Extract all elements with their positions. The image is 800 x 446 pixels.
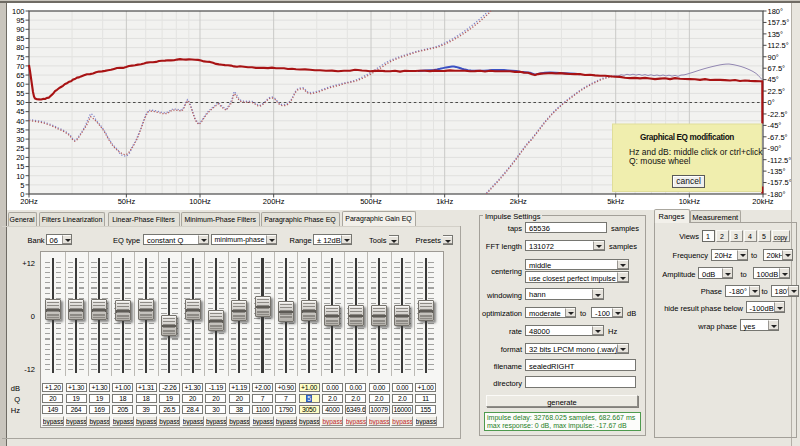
- svg-text:180°: 180°: [768, 7, 784, 16]
- svg-text:25: 25: [16, 144, 24, 153]
- svg-text:0°: 0°: [768, 98, 775, 107]
- svg-text:-90°: -90°: [768, 144, 782, 153]
- svg-text:Graphical EQ modification: Graphical EQ modification: [640, 133, 734, 142]
- svg-text:-157.5°: -157.5°: [768, 178, 792, 187]
- svg-text:50: 50: [16, 98, 24, 107]
- svg-text:100Hz: 100Hz: [189, 197, 211, 206]
- svg-text:-67.5°: -67.5°: [768, 133, 788, 142]
- svg-text:-135°: -135°: [768, 167, 786, 176]
- svg-text:60: 60: [16, 80, 24, 89]
- svg-text:20kHz: 20kHz: [752, 197, 774, 206]
- svg-text:67.5°: 67.5°: [768, 64, 786, 73]
- svg-text:22.5°: 22.5°: [768, 87, 786, 96]
- svg-text:112.5°: 112.5°: [768, 41, 789, 50]
- svg-text:10kHz: 10kHz: [679, 197, 701, 206]
- svg-text:-45°: -45°: [768, 121, 782, 130]
- svg-text:65: 65: [16, 71, 24, 80]
- svg-text:55: 55: [16, 89, 24, 98]
- svg-text:45°: 45°: [768, 75, 779, 84]
- svg-text:-22.5°: -22.5°: [768, 110, 788, 119]
- svg-text:90°: 90°: [768, 53, 779, 62]
- svg-text:1kHz: 1kHz: [436, 197, 453, 206]
- svg-text:100: 100: [12, 7, 25, 16]
- svg-text:95: 95: [16, 16, 24, 25]
- svg-text:50Hz: 50Hz: [118, 197, 136, 206]
- svg-text:200Hz: 200Hz: [263, 197, 285, 206]
- svg-text:2kHz: 2kHz: [510, 197, 527, 206]
- svg-text:Q: mouse wheel: Q: mouse wheel: [629, 156, 691, 166]
- svg-text:20: 20: [16, 153, 24, 162]
- svg-text:cancel: cancel: [676, 176, 701, 186]
- svg-text:157.5°: 157.5°: [768, 18, 790, 27]
- svg-text:-112.5°: -112.5°: [768, 156, 792, 165]
- svg-text:15: 15: [16, 162, 24, 171]
- svg-text:5: 5: [20, 181, 24, 190]
- svg-text:135°: 135°: [768, 30, 784, 39]
- svg-text:20Hz: 20Hz: [20, 197, 38, 206]
- svg-text:85: 85: [16, 34, 24, 43]
- svg-text:45: 45: [16, 107, 24, 116]
- svg-text:90: 90: [16, 25, 24, 34]
- svg-text:5kHz: 5kHz: [607, 197, 624, 206]
- svg-text:70: 70: [16, 62, 24, 71]
- svg-text:500Hz: 500Hz: [360, 197, 382, 206]
- svg-text:80: 80: [16, 43, 24, 52]
- svg-text:75: 75: [16, 53, 24, 62]
- svg-text:30: 30: [16, 135, 24, 144]
- svg-text:40: 40: [16, 117, 24, 126]
- svg-text:35: 35: [16, 126, 24, 135]
- svg-text:10: 10: [16, 172, 24, 181]
